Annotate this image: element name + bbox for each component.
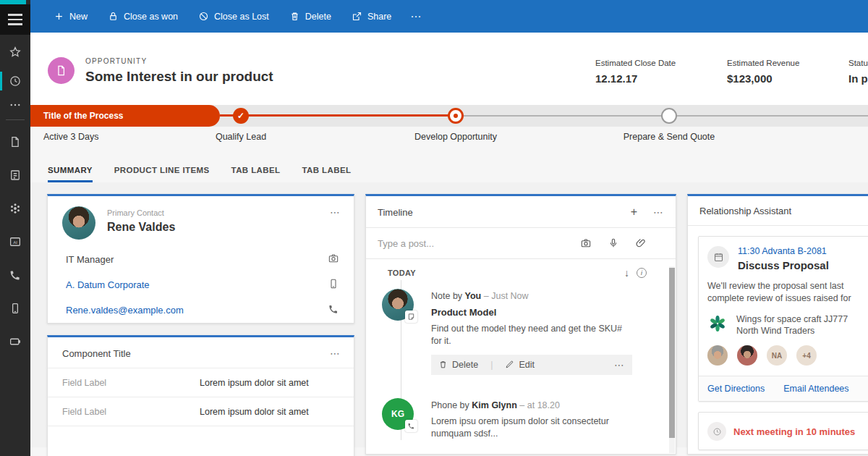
card-more-icon[interactable]: ⋯: [653, 206, 664, 218]
new-button[interactable]: New: [43, 0, 98, 33]
field-label: Status: [848, 59, 868, 67]
share-button-label: Share: [367, 12, 391, 22]
tab-product-line-items[interactable]: PRODUCT LINE ITEMS: [114, 166, 210, 182]
entity-type-label: OPPORTUNITY: [85, 57, 273, 65]
next-meeting-alert-card[interactable]: Next meeting in 10 minutes: [698, 412, 868, 450]
divider: [688, 225, 868, 226]
camera-icon[interactable]: [580, 237, 592, 249]
sort-descending-icon[interactable]: ↓: [624, 267, 629, 279]
field-row[interactable]: [48, 426, 354, 444]
delete-button[interactable]: Delete: [279, 0, 341, 33]
timeline-entry-note[interactable]: Note by You – Just Now Product Model Fin…: [366, 283, 676, 375]
process-title-pill[interactable]: Title of the Process: [30, 105, 220, 127]
email-link[interactable]: Rene.valdes@example.com: [66, 305, 184, 316]
timeline-scrollbar[interactable]: [669, 266, 675, 453]
entry-time: – at 18.20: [519, 400, 560, 410]
info-icon[interactable]: i: [637, 268, 647, 278]
post-input[interactable]: Type a post...: [366, 228, 676, 258]
contact-avatar[interactable]: [62, 206, 95, 240]
attendee-overflow-badge[interactable]: +4: [796, 345, 817, 366]
email-attendees-link[interactable]: Email Attendees: [783, 384, 848, 394]
job-title: IT Manager: [66, 254, 114, 265]
more-nav-icon[interactable]: [0, 96, 30, 114]
field-row[interactable]: Field Label Lorem ipsum dolor sit amet: [48, 368, 354, 397]
field-value: Lorem ipsum dolor sit amet: [200, 378, 309, 388]
timeline-title: Timeline: [378, 207, 413, 218]
hamburger-menu-button[interactable]: [0, 4, 30, 35]
relationship-assistant-card: Relationship Assistant 11:30 Advanta B-2…: [687, 194, 868, 455]
field-value[interactable]: $123,000: [727, 72, 850, 85]
document-icon: [55, 64, 67, 77]
meeting-suggestion-card[interactable]: 11:30 Advanta B-2081 Discuss Proposal We…: [698, 236, 868, 402]
command-bar-more-icon[interactable]: ⋯: [401, 10, 430, 23]
field-label: Field Label: [62, 378, 200, 388]
close-as-lost-button[interactable]: Close as Lost: [188, 0, 279, 33]
content-area: Primary Contact Rene Valdes ⋯ IT Manager…: [30, 182, 868, 447]
estimated-revenue-field: Estimated Revenue $123,000: [727, 59, 850, 85]
mobile-nav-icon[interactable]: [0, 292, 30, 325]
process-active-duration: Active 3 Days: [43, 132, 98, 142]
scrollbar-thumb[interactable]: [669, 268, 675, 438]
company-link[interactable]: A. Datum Corporate: [66, 279, 150, 290]
record-header: OPPORTUNITY Some Interest in our product…: [30, 33, 868, 105]
card-label: Primary Contact: [107, 208, 175, 217]
card-more-icon[interactable]: ⋯: [330, 206, 341, 240]
microphone-icon[interactable]: [608, 237, 619, 249]
entry-author[interactable]: You: [465, 291, 482, 301]
process-flower-nav-icon[interactable]: [0, 192, 30, 225]
entry-type: Note by: [431, 291, 462, 301]
entry-title[interactable]: Product Model: [431, 307, 664, 318]
component-card: Component Title ⋯ Field Label Lorem ipsu…: [47, 335, 354, 456]
timeline-entry-phone[interactable]: KG Phone by Kim Glynn – at 18.20: [366, 392, 676, 440]
close-as-won-button[interactable]: Close as won: [98, 0, 188, 33]
stage-qualify-lead-marker[interactable]: ✓: [233, 108, 249, 124]
phone-icon[interactable]: [328, 303, 339, 317]
document-nav-icon[interactable]: [0, 125, 30, 159]
business-process-flow: Title of the Process ✓ Active 3 Days Qua…: [30, 105, 868, 146]
tab-summary[interactable]: SUMMARY: [48, 166, 93, 182]
circle-slash-icon: [198, 11, 209, 22]
meeting-time-location-link[interactable]: 11:30 Advanta B-2081: [738, 246, 829, 256]
add-timeline-entry-icon[interactable]: +: [631, 206, 637, 219]
card-more-icon[interactable]: ⋯: [330, 347, 341, 359]
field-value[interactable]: 12.12.17: [595, 72, 718, 85]
timeline-card: Timeline + ⋯ Type a post...: [365, 194, 676, 455]
tab-label-3[interactable]: TAB LABEL: [231, 166, 281, 182]
stage-label-prepare-send-quote[interactable]: Prepare & Send Quote: [604, 132, 734, 142]
meeting-body-line: complete review of issues raised for: [707, 292, 868, 305]
tab-label-4[interactable]: TAB LABEL: [302, 166, 352, 182]
contact-name[interactable]: Rene Valdes: [107, 221, 175, 234]
phone-nav-icon[interactable]: [0, 258, 30, 292]
stage-label-qualify-lead[interactable]: Qualify Lead: [183, 132, 299, 142]
ai-builder-nav-icon[interactable]: AI: [0, 225, 30, 258]
field-value[interactable]: In progress: [848, 72, 868, 85]
delete-label: Delete: [452, 360, 478, 370]
alert-text: Next meeting in 10 minutes: [733, 426, 855, 437]
attendee-avatar[interactable]: [737, 345, 757, 366]
mobile-phone-icon[interactable]: [328, 278, 339, 292]
entry-author[interactable]: Kim Glynn: [472, 400, 517, 410]
share-button[interactable]: Share: [341, 0, 401, 33]
entry-more-icon[interactable]: ⋯: [614, 359, 625, 371]
battery-nav-icon[interactable]: [0, 325, 30, 358]
field-row[interactable]: Field Label Lorem ipsum dolor sit amet: [48, 397, 354, 426]
favorites-star-icon[interactable]: [0, 38, 30, 67]
get-directions-link[interactable]: Get Directions: [707, 384, 765, 394]
contact-email-row: Rene.valdes@example.com: [48, 297, 354, 323]
edit-entry-button[interactable]: Edit: [505, 360, 535, 370]
attendee-initials-badge[interactable]: NA: [767, 345, 787, 366]
attendee-avatar[interactable]: [707, 345, 728, 366]
stage-prepare-send-quote-marker[interactable]: [661, 108, 677, 124]
phone-badge-icon: [405, 420, 417, 432]
delete-entry-button[interactable]: Delete: [438, 360, 478, 370]
entry-time: – Just Now: [484, 291, 529, 301]
org-name: North Wind Traders: [736, 325, 848, 337]
camera-icon[interactable]: [328, 253, 339, 266]
paperclip-icon[interactable]: [635, 237, 647, 249]
stage-develop-opportunity-marker[interactable]: [448, 108, 464, 124]
pencil-icon: [505, 360, 514, 369]
notes-clipboard-nav-icon[interactable]: [0, 159, 30, 192]
recent-history-icon[interactable]: [0, 67, 30, 96]
meeting-title: Discuss Proposal: [738, 259, 829, 271]
stage-label-develop-opportunity[interactable]: Develop Opportunity: [391, 132, 521, 142]
